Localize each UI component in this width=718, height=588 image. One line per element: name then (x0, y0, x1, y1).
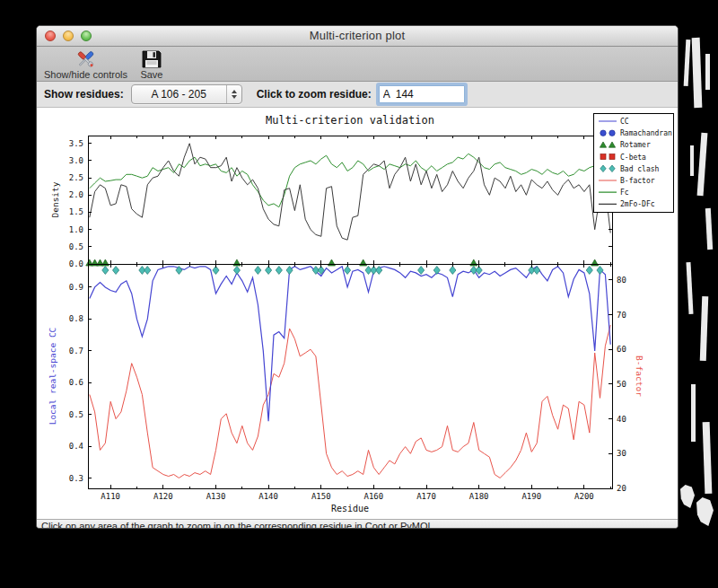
svg-text:80: 80 (617, 276, 626, 285)
svg-text:3.0: 3.0 (69, 156, 83, 165)
svg-text:40: 40 (617, 415, 626, 424)
svg-text:Fc: Fc (620, 189, 629, 197)
svg-text:A180: A180 (469, 492, 489, 501)
svg-text:0.5: 0.5 (69, 410, 83, 419)
save-floppy-icon (140, 48, 163, 70)
show-residues-select[interactable]: A 106 - 205 (131, 84, 242, 104)
zoom-residue-input[interactable] (379, 85, 465, 103)
x-axis-label: Residue (331, 504, 369, 513)
show-hide-controls-label: Show/hide controls (44, 69, 127, 80)
screenshot-canvas: Multi-criterion plot Show/hide con (0, 0, 718, 588)
svg-text:B-factor: B-factor (620, 177, 655, 185)
svg-text:0.7: 0.7 (69, 347, 83, 355)
status-bar: Click on any area of the graph to zoom i… (37, 519, 678, 529)
x-tick-labels: A110A120A130A140A150A160A170A180A190A200 (101, 492, 593, 501)
svg-text:60: 60 (617, 345, 626, 354)
plot-area-bottom[interactable] (88, 264, 612, 488)
svg-text:0.6: 0.6 (69, 378, 83, 387)
multi-criterion-plot-window: Multi-criterion plot Show/hide con (36, 25, 679, 529)
plot-legend: CCRamachandranRotamerC-betaBad clashB-fa… (594, 114, 674, 213)
svg-text:0.9: 0.9 (69, 283, 83, 292)
svg-text:0.3: 0.3 (69, 474, 83, 483)
svg-text:50: 50 (617, 380, 626, 389)
svg-text:Ramachandran: Ramachandran (620, 129, 672, 137)
svg-text:0.0: 0.0 (69, 259, 83, 268)
tools-icon (74, 48, 97, 70)
svg-text:C-beta: C-beta (620, 154, 646, 162)
titlebar[interactable]: Multi-criterion plot (37, 26, 678, 47)
show-hide-controls-button[interactable]: Show/hide controls (44, 47, 127, 80)
svg-text:2.5: 2.5 (69, 173, 83, 182)
svg-text:A150: A150 (311, 492, 331, 501)
svg-text:Bad clash: Bad clash (620, 165, 660, 173)
bfactor-axis-label: B-factor (635, 355, 644, 397)
show-residues-label: Show residues: (44, 88, 124, 101)
svg-text:30: 30 (617, 449, 626, 458)
density-axis-label: Density (50, 181, 60, 217)
svg-text:0.4: 0.4 (69, 442, 83, 451)
svg-text:3.5: 3.5 (69, 139, 83, 148)
svg-text:A110: A110 (101, 492, 120, 501)
svg-text:2mFo-DFc: 2mFo-DFc (620, 200, 655, 208)
svg-text:A190: A190 (521, 492, 541, 501)
svg-text:CC: CC (620, 118, 629, 126)
svg-text:2.0: 2.0 (69, 190, 83, 199)
cc-axis-label: Local real-space CC (48, 328, 57, 426)
svg-text:A130: A130 (206, 492, 226, 501)
svg-text:0.8: 0.8 (69, 314, 83, 323)
plot-figure[interactable]: Multi-criterion validationA110A120A130A1… (37, 108, 678, 519)
plot-area-top[interactable] (88, 136, 612, 264)
svg-text:A160: A160 (364, 492, 384, 501)
zoom-residue-label: Click to zoom residue: (257, 88, 372, 101)
plot-svg[interactable]: Multi-criterion validationA110A120A130A1… (37, 108, 679, 519)
svg-text:A120: A120 (153, 492, 173, 501)
plot-frames (88, 136, 612, 488)
svg-text:A140: A140 (258, 492, 278, 501)
save-label: Save (140, 69, 162, 80)
stepper-arrows-icon (226, 85, 241, 103)
svg-text:A200: A200 (574, 492, 594, 501)
show-residues-value: A 106 - 205 (132, 88, 226, 101)
chart-title: Multi-criterion validation (266, 114, 434, 127)
save-button[interactable]: Save (140, 47, 163, 80)
window-title: Multi-criterion plot (37, 29, 678, 42)
svg-text:1.0: 1.0 (69, 225, 83, 234)
toolbar: Show/hide controls Save (37, 47, 678, 82)
svg-text:0.5: 0.5 (69, 242, 83, 251)
svg-text:1.5: 1.5 (69, 207, 83, 216)
svg-text:Rotamer: Rotamer (620, 141, 651, 149)
svg-text:A170: A170 (416, 492, 436, 501)
svg-text:70: 70 (617, 311, 626, 320)
status-text: Click on any area of the graph to zoom i… (41, 521, 436, 529)
controls-row: Show residues: A 106 - 205 Click to zoom… (37, 82, 678, 108)
svg-text:20: 20 (617, 484, 626, 493)
